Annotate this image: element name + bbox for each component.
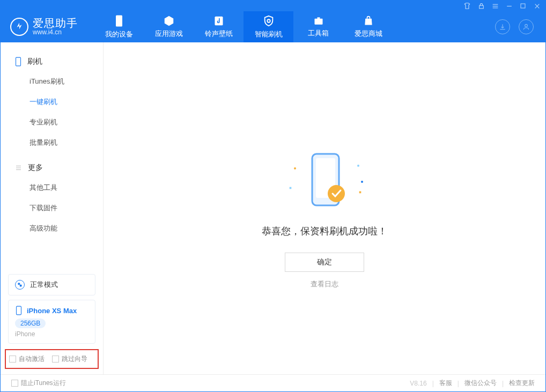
bag-icon [363, 15, 374, 27]
tab-toolbox[interactable]: 工具箱 [293, 11, 343, 42]
user-button[interactable] [519, 19, 534, 34]
svg-point-17 [18, 283, 20, 285]
music-note-icon [213, 15, 224, 27]
device-card[interactable]: iPhone XS Max 256GB iPhone [8, 300, 95, 344]
shield-refresh-icon [263, 14, 275, 27]
close-button[interactable] [533, 2, 541, 10]
svg-point-20 [294, 167, 296, 169]
mode-label: 正常模式 [30, 280, 58, 290]
view-log-link[interactable]: 查看日志 [311, 279, 338, 289]
tab-my-device[interactable]: 我的设备 [94, 11, 144, 42]
download-button[interactable] [495, 19, 510, 34]
logo-badge-icon [10, 18, 28, 36]
tab-smart-flash[interactable]: 智能刷机 [244, 11, 293, 42]
sidebar-item-download-firmware[interactable]: 下载固件 [1, 198, 103, 218]
svg-rect-0 [479, 5, 483, 8]
tab-label: 爱思商城 [355, 29, 382, 39]
checkbox-icon [11, 380, 18, 387]
titlebar [1, 1, 545, 11]
menu-icon[interactable] [491, 2, 499, 10]
sidebar-item-pro-flash[interactable]: 专业刷机 [1, 112, 103, 132]
svg-rect-19 [17, 306, 21, 315]
tshirt-icon[interactable] [463, 2, 471, 10]
cube-icon [163, 15, 175, 27]
list-icon [14, 165, 23, 171]
sidebar-item-itunes-flash[interactable]: iTunes刷机 [1, 71, 103, 92]
phone-icon [114, 14, 124, 27]
app-name: 爱思助手 [33, 17, 78, 29]
svg-point-12 [525, 24, 528, 27]
status-bar: 阻止iTunes运行 V8.16 | 客服 | 微信公众号 | 检查更新 [1, 374, 545, 391]
footer-link-update[interactable]: 检查更新 [509, 379, 535, 388]
checkbox-block-itunes[interactable]: 阻止iTunes运行 [11, 379, 66, 388]
success-illustration [279, 150, 370, 214]
device-type: iPhone [15, 330, 88, 338]
tab-ringtone-wallpaper[interactable]: 铃声壁纸 [194, 11, 244, 42]
sidebar-item-batch-flash[interactable]: 批量刷机 [1, 132, 103, 153]
sidebar-item-advanced[interactable]: 高级功能 [1, 218, 103, 239]
svg-point-22 [361, 181, 363, 183]
ok-button[interactable]: 确定 [285, 253, 364, 272]
tab-label: 应用游戏 [155, 29, 183, 39]
briefcase-icon [313, 16, 324, 26]
svg-point-25 [328, 185, 345, 202]
app-url: www.i4.cn [33, 29, 78, 36]
checkbox-label: 跳过向导 [62, 354, 87, 364]
footer-link-wechat[interactable]: 微信公众号 [464, 379, 497, 388]
svg-point-18 [20, 285, 22, 287]
checkbox-auto-activate[interactable]: 自动激活 [9, 354, 45, 364]
tab-label: 我的设备 [105, 29, 133, 39]
checkbox-skip-guide[interactable]: 跳过向导 [52, 354, 87, 364]
checkbox-icon [9, 356, 16, 363]
device-storage: 256GB [15, 319, 46, 328]
phone-outline-icon [14, 57, 22, 66]
version-label: V8.16 [410, 380, 426, 387]
maximize-button[interactable] [519, 2, 527, 10]
tab-label: 铃声壁纸 [205, 29, 233, 39]
svg-rect-5 [521, 4, 525, 8]
sidebar-item-other-tools[interactable]: 其他工具 [1, 177, 103, 198]
device-phone-icon [15, 306, 23, 315]
checkbox-label: 自动激活 [19, 354, 45, 364]
sidebar-group-flash: 刷机 [1, 52, 103, 71]
tab-label: 工具箱 [308, 28, 329, 38]
svg-rect-10 [314, 19, 322, 25]
checkbox-icon [52, 356, 59, 363]
footer-link-support[interactable]: 客服 [439, 379, 452, 388]
sidebar-item-oneclick-flash[interactable]: 一键刷机 [1, 92, 103, 112]
tab-store[interactable]: 爱思商城 [343, 11, 393, 42]
mode-icon [15, 280, 25, 290]
svg-rect-13 [16, 57, 21, 66]
svg-rect-11 [317, 17, 320, 19]
minimize-button[interactable] [505, 2, 513, 10]
success-message: 恭喜您，保资料刷机成功啦！ [262, 225, 387, 238]
sidebar: 刷机 iTunes刷机 一键刷机 专业刷机 批量刷机 更多 其他工具 下载固件 … [1, 42, 104, 374]
flash-options-box: 自动激活 跳过向导 [5, 349, 99, 369]
tab-apps-games[interactable]: 应用游戏 [144, 11, 194, 42]
checkbox-label: 阻止iTunes运行 [21, 379, 66, 388]
device-name: iPhone XS Max [27, 307, 77, 315]
app-logo: 爱思助手 www.i4.cn [10, 17, 78, 36]
svg-point-21 [357, 165, 359, 167]
tab-label: 智能刷机 [255, 29, 283, 39]
header: 爱思助手 www.i4.cn 我的设备 应用游戏 铃声壁纸 智能刷机 [1, 11, 545, 42]
sidebar-group-more: 更多 [1, 158, 103, 177]
svg-rect-8 [116, 16, 122, 27]
mode-card[interactable]: 正常模式 [8, 274, 95, 295]
lock-icon[interactable] [477, 2, 485, 10]
sidebar-group-label: 刷机 [27, 57, 42, 66]
sidebar-group-label: 更多 [28, 163, 43, 173]
content-area: 恭喜您，保资料刷机成功啦！ 确定 查看日志 [104, 42, 545, 374]
main-tabs: 我的设备 应用游戏 铃声壁纸 智能刷机 工具箱 爱思商城 [94, 11, 393, 42]
